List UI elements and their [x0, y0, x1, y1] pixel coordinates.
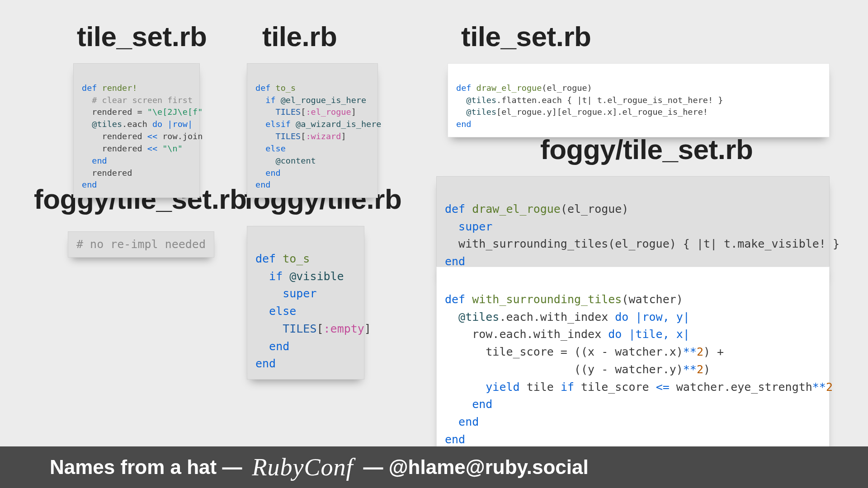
code-block-with-surrounding-tiles: def with_surrounding_tiles(watcher) @til… [436, 267, 830, 455]
code-block-render: def render! # clear screen first rendere… [73, 63, 200, 198]
code-block-tos-tile: def to_s if @el_rogue_is_here TILES[:el_… [247, 63, 378, 198]
footer-conference: RubyConf [252, 453, 353, 481]
code-block-draw-el-rogue: def draw_el_rogue(el_rogue) @tiles.flatt… [448, 63, 830, 137]
footer-title: Names from a hat — [50, 456, 242, 479]
heading-right-tile-set: tile_set.rb [461, 20, 591, 52]
footer-bar: Names from a hat — RubyConf — @hlame@rub… [0, 446, 868, 488]
code-block-tos-foggy-tile: def to_s if @visible super else TILES[:e… [247, 226, 364, 380]
heading-right-foggy-tile-set: foggy/tile_set.rb [540, 133, 753, 165]
code-block-no-reimpl: # no re-impl needed [68, 231, 214, 258]
footer-handle: — @hlame@ruby.social [363, 456, 588, 479]
heading-tile-set: tile_set.rb [77, 20, 207, 52]
heading-tile: tile.rb [262, 20, 337, 52]
code-block-draw-el-rogue-foggy: def draw_el_rogue(el_rogue) super with_s… [436, 176, 830, 277]
